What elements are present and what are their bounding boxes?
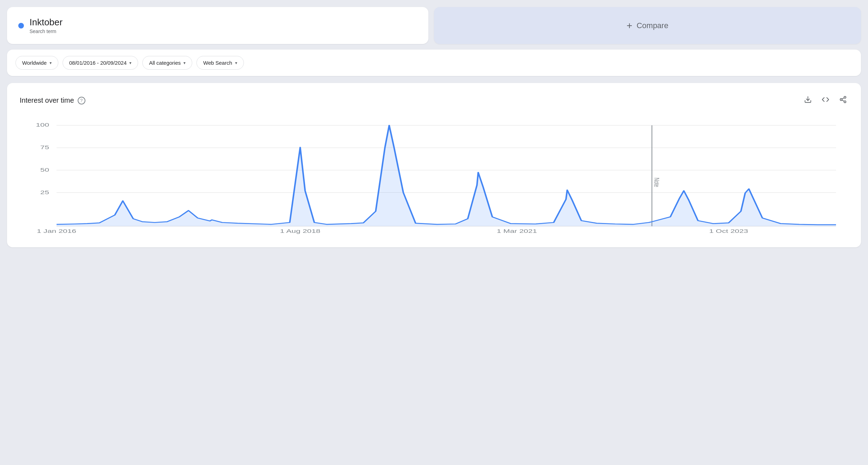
chart-actions bbox=[803, 94, 848, 107]
search-term-text: Inktober Search term bbox=[30, 17, 63, 34]
search-term-subtitle: Search term bbox=[30, 28, 63, 34]
location-filter[interactable]: Worldwide ▾ bbox=[15, 56, 58, 70]
chart-card: Interest over time ? bbox=[7, 83, 861, 247]
categories-filter-label: All categories bbox=[149, 60, 181, 66]
location-filter-label: Worldwide bbox=[22, 60, 47, 66]
svg-line-4 bbox=[842, 100, 844, 102]
chart-area: 100 75 50 25 Note 1 Jan 2016 1 Aug 2018 bbox=[20, 118, 848, 237]
svg-line-5 bbox=[842, 98, 844, 99]
chart-title-group: Interest over time ? bbox=[20, 96, 85, 104]
filters-bar: Worldwide ▾ 08/01/2016 - 20/09/2024 ▾ Al… bbox=[7, 50, 861, 76]
compare-plus-icon: + bbox=[627, 20, 632, 31]
chart-title: Interest over time bbox=[20, 96, 74, 104]
chart-header: Interest over time ? bbox=[20, 94, 848, 107]
code-icon[interactable] bbox=[820, 94, 831, 107]
x-label-2023: 1 Oct 2023 bbox=[709, 229, 748, 234]
share-icon[interactable] bbox=[838, 94, 848, 107]
chart-line-path bbox=[57, 125, 836, 225]
x-label-2021: 1 Mar 2021 bbox=[497, 229, 537, 234]
date-filter-label: 08/01/2016 - 20/09/2024 bbox=[69, 60, 127, 66]
categories-filter[interactable]: All categories ▾ bbox=[142, 56, 192, 70]
location-chevron-icon: ▾ bbox=[50, 60, 52, 65]
x-label-2016: 1 Jan 2016 bbox=[37, 229, 76, 234]
search-type-filter[interactable]: Web Search ▾ bbox=[196, 56, 244, 70]
download-icon[interactable] bbox=[803, 94, 813, 107]
y-label-25: 25 bbox=[40, 190, 49, 195]
svg-rect-12 bbox=[57, 118, 836, 230]
categories-chevron-icon: ▾ bbox=[183, 60, 186, 65]
search-type-filter-label: Web Search bbox=[203, 60, 232, 66]
term-color-dot bbox=[18, 23, 24, 28]
y-label-75: 75 bbox=[40, 145, 49, 150]
date-chevron-icon: ▾ bbox=[129, 60, 131, 65]
search-term-name: Inktober bbox=[30, 17, 63, 28]
chart-fill-path bbox=[57, 125, 836, 226]
compare-label: Compare bbox=[636, 21, 668, 30]
chart-svg: 100 75 50 25 Note 1 Jan 2016 1 Aug 2018 bbox=[20, 118, 848, 237]
search-type-chevron-icon: ▾ bbox=[235, 60, 237, 65]
y-label-50: 50 bbox=[40, 167, 49, 173]
search-term-card: Inktober Search term bbox=[7, 7, 428, 44]
compare-card[interactable]: + Compare bbox=[434, 7, 861, 44]
note-text: Note bbox=[653, 178, 661, 187]
help-icon[interactable]: ? bbox=[78, 97, 85, 104]
y-label-100: 100 bbox=[36, 122, 49, 128]
x-label-2018: 1 Aug 2018 bbox=[280, 229, 320, 234]
date-filter[interactable]: 08/01/2016 - 20/09/2024 ▾ bbox=[63, 56, 138, 70]
